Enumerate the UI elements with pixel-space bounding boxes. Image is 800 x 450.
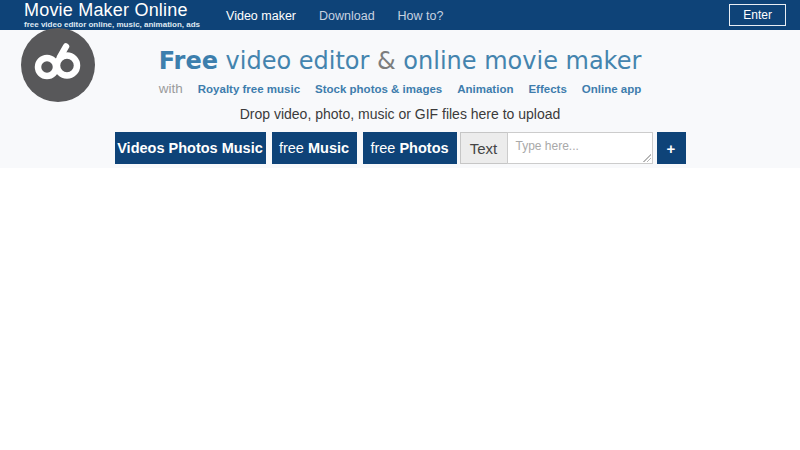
link-online-app[interactable]: Online app: [582, 83, 641, 95]
hero-dropzone: Free video editor & online movie maker w…: [0, 30, 800, 168]
top-navbar: Movie Maker Online free video editor onl…: [0, 0, 800, 30]
free-music-button[interactable]: free Music: [272, 132, 357, 164]
feature-links-row: with Royalty free music Stock photos & i…: [0, 81, 800, 96]
free-photos-label: Photos: [399, 140, 448, 156]
text-input[interactable]: [507, 132, 653, 164]
drop-files-hint: Drop video, photo, music or GIF files he…: [0, 106, 800, 122]
free-music-prefix: free: [279, 140, 304, 156]
free-music-label: Music: [308, 140, 349, 156]
add-text-button[interactable]: +: [657, 132, 686, 164]
text-field-label: Text: [460, 132, 507, 164]
enter-button[interactable]: Enter: [729, 4, 786, 26]
nav-download[interactable]: Download: [319, 9, 375, 23]
free-photos-button[interactable]: free Photos: [363, 132, 457, 164]
title-part-mid: video editor: [218, 47, 377, 75]
link-animation[interactable]: Animation: [457, 83, 513, 95]
infinity-glasses-icon: [33, 43, 83, 87]
site-title[interactable]: Movie Maker Online: [24, 1, 200, 20]
free-photos-prefix: free: [370, 140, 395, 156]
nav-video-maker[interactable]: Video maker: [226, 9, 296, 23]
videos-photos-music-button[interactable]: Videos Photos Music: [115, 132, 266, 164]
nav-how-to[interactable]: How to?: [398, 9, 444, 23]
link-royalty-free-music[interactable]: Royalty free music: [198, 83, 300, 95]
title-ampersand: &: [377, 47, 396, 75]
brand[interactable]: Movie Maker Online free video editor onl…: [24, 1, 200, 29]
title-part-rest: online movie maker: [396, 47, 642, 75]
main-nav: Video maker Download How to?: [226, 9, 443, 23]
site-logo[interactable]: [21, 28, 95, 102]
upload-toolbar: Videos Photos Music free Music free Phot…: [0, 132, 800, 164]
link-stock-photos-images[interactable]: Stock photos & images: [315, 83, 442, 95]
page-title: Free video editor & online movie maker: [0, 47, 800, 75]
title-part-free: Free: [159, 47, 218, 75]
with-label: with: [159, 81, 183, 96]
link-effects[interactable]: Effects: [528, 83, 566, 95]
text-input-wrap: [507, 132, 653, 164]
